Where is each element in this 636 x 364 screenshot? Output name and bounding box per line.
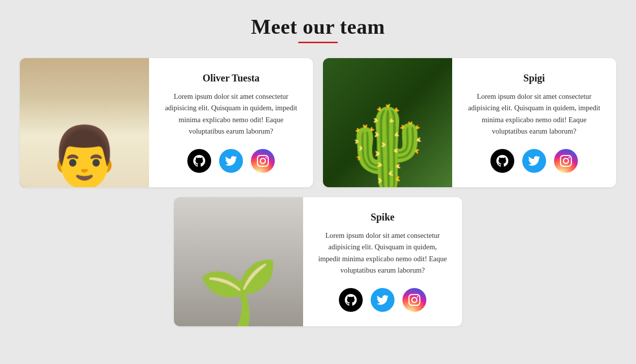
member-name-oliver: Oliver Tuesta: [203, 73, 260, 84]
member-bio-oliver: Lorem ipsum dolor sit amet consectetur a…: [163, 91, 299, 137]
twitter-icon-oliver: [225, 155, 237, 167]
bottom-cards-row: Spike Lorem ipsum dolor sit amet consect…: [20, 197, 616, 326]
social-icons-spike: [339, 288, 426, 312]
instagram-icon-oliver: [257, 155, 269, 167]
github-link-spigi[interactable]: [490, 149, 514, 173]
team-card-spigi: Spigi Lorem ipsum dolor sit amet consect…: [323, 58, 616, 187]
instagram-icon-spigi: [560, 155, 572, 167]
card-content-spike: Spike Lorem ipsum dolor sit amet consect…: [303, 197, 462, 326]
card-content-spigi: Spigi Lorem ipsum dolor sit amet consect…: [452, 58, 616, 187]
social-icons-spigi: [490, 149, 578, 173]
twitter-icon-spigi: [528, 155, 540, 167]
member-bio-spigi: Lorem ipsum dolor sit amet consectetur a…: [466, 91, 602, 137]
member-bio-spike: Lorem ipsum dolor sit amet consectetur a…: [317, 230, 448, 276]
twitter-link-spigi[interactable]: [522, 149, 546, 173]
team-card-oliver: Oliver Tuesta Lorem ipsum dolor sit amet…: [20, 58, 313, 187]
twitter-link-spike[interactable]: [371, 288, 395, 312]
member-name-spike: Spike: [371, 212, 395, 223]
card-content-oliver: Oliver Tuesta Lorem ipsum dolor sit amet…: [149, 58, 313, 187]
github-link-oliver[interactable]: [187, 149, 211, 173]
team-card-spike: Spike Lorem ipsum dolor sit amet consect…: [174, 197, 462, 326]
member-photo-spike: [174, 197, 303, 326]
instagram-link-oliver[interactable]: [251, 149, 275, 173]
member-photo-spigi: [323, 58, 452, 187]
github-icon-spigi: [496, 155, 508, 167]
twitter-icon-spike: [377, 294, 389, 306]
member-name-spigi: Spigi: [523, 73, 545, 84]
github-icon-spike: [345, 294, 357, 306]
github-icon-oliver: [193, 155, 205, 167]
page-title: Meet our team: [10, 15, 626, 39]
instagram-link-spike[interactable]: [402, 288, 426, 312]
twitter-link-oliver[interactable]: [219, 149, 243, 173]
instagram-link-spigi[interactable]: [554, 149, 578, 173]
social-icons-oliver: [187, 149, 275, 173]
page-title-section: Meet our team: [10, 10, 626, 43]
top-cards-row: Oliver Tuesta Lorem ipsum dolor sit amet…: [20, 58, 616, 187]
github-link-spike[interactable]: [339, 288, 363, 312]
instagram-icon-spike: [408, 294, 420, 306]
title-underline: [298, 42, 338, 43]
member-photo-oliver: [20, 58, 149, 187]
